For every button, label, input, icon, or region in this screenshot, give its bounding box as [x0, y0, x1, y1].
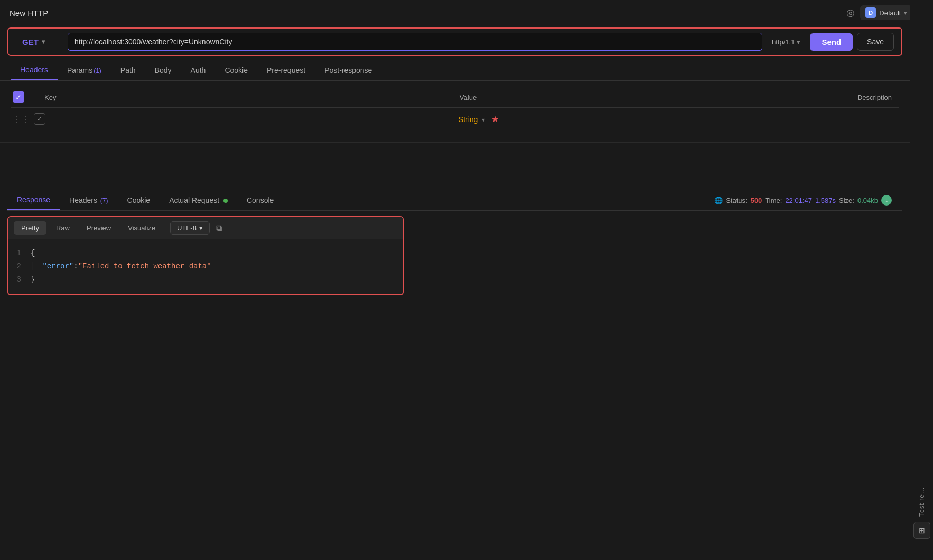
response-tabs: Response Headers (7) Cookie Actual Reque…	[7, 190, 902, 211]
url-input[interactable]	[68, 33, 762, 51]
code-line-3: 3 }	[14, 273, 397, 286]
params-badge: (1)	[94, 67, 101, 74]
size-label: Size:	[839, 197, 854, 204]
line-number-3: 3	[14, 273, 31, 286]
tab-params[interactable]: Params(1)	[58, 61, 111, 80]
indent-pipe: │	[31, 260, 35, 273]
col-desc-header: Description	[609, 94, 897, 101]
line-number-1: 1	[14, 247, 31, 260]
protocol-chevron-icon: ▾	[797, 38, 800, 46]
row-value-cell: String ▾ ★	[341, 114, 616, 124]
section-divider	[0, 142, 910, 143]
tab-actual-request[interactable]: Actual Request	[160, 191, 237, 210]
request-bar: GET ▾ http/1.1 ▾ Send Save	[16, 33, 894, 51]
code-line-1: 1 {	[14, 247, 397, 260]
main-content: GET ▾ http/1.1 ▾ Send Save Headers Param…	[0, 27, 933, 295]
table-row: ⋮⋮ ✓ String ▾ ★	[11, 108, 899, 130]
protocol-select[interactable]: http/1.1 ▾	[767, 35, 806, 49]
required-star-icon: ★	[491, 115, 499, 124]
json-close-brace: }	[31, 273, 35, 286]
spacer	[0, 148, 910, 190]
download-icon[interactable]: ↓	[881, 195, 892, 206]
tab-response[interactable]: Response	[7, 190, 60, 210]
avatar: D	[865, 7, 876, 18]
encoding-select[interactable]: UTF-8 ▾	[170, 221, 210, 235]
response-area: Response Headers (7) Cookie Actual Reque…	[0, 190, 910, 295]
time-label: Time:	[765, 197, 782, 204]
response-body-toolbar: Pretty Raw Preview Visualize UTF-8 ▾ ⧉	[8, 217, 403, 239]
response-meta: 🌐 Status: 500 Time: 22:01:47 1.587s Size…	[714, 195, 902, 206]
encoding-chevron-icon: ▾	[199, 224, 203, 232]
right-panel: Test re... ⊞	[910, 0, 933, 560]
environment-label: Default	[879, 9, 901, 17]
method-label: GET	[22, 38, 39, 46]
type-dropdown-icon[interactable]: ▾	[482, 116, 485, 124]
app-title: New HTTP	[10, 8, 48, 17]
tab-headers[interactable]: Headers	[11, 60, 58, 80]
response-body-content: 1 { 2 │ "error" : "Failed to fetch weath…	[8, 239, 403, 294]
json-colon: :	[73, 260, 78, 273]
headers-table: ✓ Key Value Description ⋮⋮ ✓ String ▾ ★	[0, 81, 910, 137]
tab-console[interactable]: Console	[237, 191, 283, 210]
drag-handle-icon[interactable]: ⋮⋮	[13, 114, 30, 124]
tab-path[interactable]: Path	[111, 61, 145, 80]
tab-response-cookie[interactable]: Cookie	[118, 191, 160, 210]
send-button[interactable]: Send	[810, 33, 853, 51]
json-key: "error"	[42, 260, 73, 273]
layout-icon: ⊞	[919, 526, 925, 535]
check-all-checkbox[interactable]: ✓	[13, 91, 24, 103]
pretty-button[interactable]: Pretty	[14, 221, 46, 235]
line-number-2: 2	[14, 260, 31, 273]
save-button[interactable]: Save	[857, 33, 894, 51]
raw-button[interactable]: Raw	[49, 221, 77, 235]
environment-badge[interactable]: D Default ▾	[860, 5, 912, 20]
tab-body[interactable]: Body	[145, 61, 181, 80]
response-body-wrapper: Pretty Raw Preview Visualize UTF-8 ▾ ⧉ 1…	[7, 216, 404, 295]
tab-pre-request[interactable]: Pre-request	[257, 61, 315, 80]
col-value-header: Value	[327, 94, 610, 101]
tab-response-headers[interactable]: Headers (7)	[60, 191, 117, 210]
visualize-button[interactable]: Visualize	[120, 221, 163, 235]
checkmark-icon: ✓	[15, 93, 22, 101]
json-value: "Failed to fetch weather data"	[78, 260, 211, 273]
layout-icon-button[interactable]: ⊞	[913, 522, 930, 539]
status-label: Status:	[726, 197, 747, 204]
tab-cookie[interactable]: Cookie	[215, 61, 257, 80]
code-line-2: 2 │ "error" : "Failed to fetch weather d…	[14, 260, 397, 273]
json-open-brace: {	[31, 247, 35, 260]
copy-icon[interactable]: ⧉	[216, 223, 222, 233]
status-code: 500	[751, 197, 762, 204]
app-title-area: New HTTP	[10, 8, 48, 17]
table-header: ✓ Key Value Description	[11, 87, 899, 108]
protocol-label: http/1.1	[772, 38, 795, 46]
radar-icon: ◎	[846, 7, 855, 18]
test-results-label: Test re...	[918, 487, 926, 517]
time-value: 22:01:47	[785, 197, 812, 204]
row-checkmark-icon: ✓	[37, 115, 42, 123]
row-checkbox[interactable]: ✓	[34, 113, 45, 125]
time-seconds: 1.587s	[815, 197, 836, 204]
actual-request-dot-icon	[223, 199, 228, 203]
tab-auth[interactable]: Auth	[181, 61, 216, 80]
globe-icon: 🌐	[714, 197, 723, 204]
method-dropdown-icon: ▾	[42, 38, 45, 45]
size-value: 0.04kb	[857, 197, 878, 204]
headers-badge: (7)	[100, 197, 108, 204]
type-label: String	[459, 115, 478, 124]
method-select[interactable]: GET ▾	[16, 34, 63, 50]
col-key-header: Key	[39, 94, 327, 101]
request-tabs: Headers Params(1) Path Body Auth Cookie …	[0, 60, 910, 81]
encoding-label: UTF-8	[177, 224, 197, 232]
request-bar-wrapper: GET ▾ http/1.1 ▾ Send Save	[7, 27, 902, 56]
chevron-down-icon: ▾	[904, 10, 907, 16]
preview-button[interactable]: Preview	[79, 221, 118, 235]
tab-post-response[interactable]: Post-response	[315, 61, 381, 80]
title-bar: New HTTP ◎ D Default ▾ ≡	[0, 0, 933, 25]
